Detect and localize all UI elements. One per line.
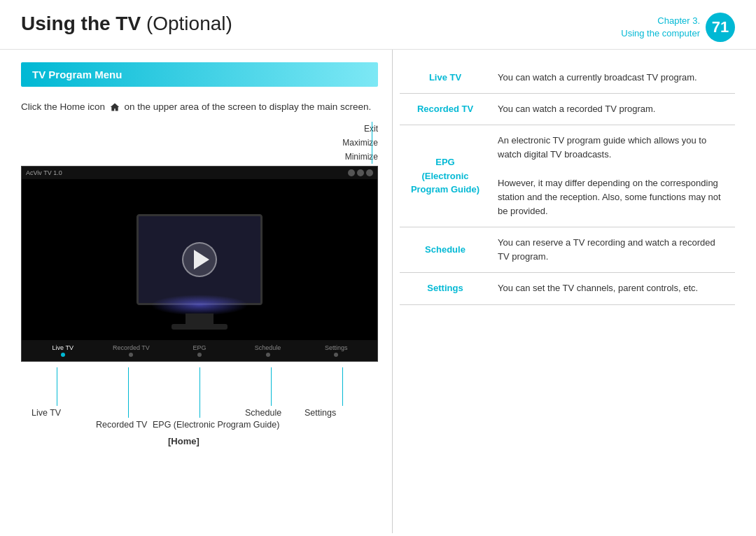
table-row: Settings You can set the TV channels, pa… [400,273,735,304]
row-label-schedule: Schedule [400,227,491,273]
row-label-recorded-tv: Recorded TV [400,94,491,125]
label-recorded-tv: Recorded TV [96,420,147,430]
tv-top-bar: AcViv TV 1.0 [22,167,377,179]
tv-nav-live-tv: Live TV [29,344,97,357]
tv-screen-mockup: AcViv TV 1.0 [21,166,378,362]
monitor-graphic [136,214,262,305]
table-row: Schedule You can reserve a TV recording … [400,227,735,273]
play-triangle [194,250,209,269]
table-row: Live TV You can watch a currently broadc… [400,62,735,94]
row-label-settings: Settings [400,273,491,304]
home-icon [109,102,120,112]
right-column: Live TV You can watch a currently broadc… [392,50,735,533]
row-desc-schedule: You can reserve a TV recording and watch… [491,227,735,273]
label-live-tv: Live TV [31,408,61,418]
window-controls [348,169,373,176]
tv-nav-epg: EPG [165,344,234,357]
window-labels-area: Exit Maximize Minimize [21,122,378,160]
maximize-dot [357,169,364,176]
row-desc-live-tv: You can watch a currently broadcast TV p… [491,62,735,94]
chapter-info: Chapter 3. Using the computer 71 [621,13,735,42]
exit-labels: Exit Maximize Minimize [342,122,378,164]
label-settings: Settings [304,408,336,418]
tv-nav-recorded-tv: Recorded TV [97,344,166,357]
page-header: Using the TV (Optional) Chapter 3. Using… [0,0,756,50]
callout-line-recorded-tv [128,367,129,418]
callout-line-epg [200,367,200,418]
vertical-line [372,122,372,164]
play-button-graphic [182,242,217,277]
intro-paragraph: Click the Home icon on the upper area of… [21,99,378,115]
row-desc-epg: An electronic TV program guide which all… [491,125,735,227]
callout-section: Live TV Recorded TV EPG (Electronic Prog… [21,367,378,451]
monitor-stand [186,313,214,324]
tv-nav-bar: Live TV Recorded TV EPG Schedule Setting… [22,340,377,361]
tv-content-area [22,179,377,340]
minimize-dot [348,169,355,176]
tv-nav-settings: Settings [302,344,370,357]
info-table: Live TV You can watch a currently broadc… [400,62,735,305]
page-number: 71 [706,13,735,42]
left-column: TV Program Menu Click the Home icon on t… [21,50,392,533]
page-title: Using the TV (Optional) [21,13,232,35]
label-epg: EPG (Electronic Program Guide) [153,420,279,430]
row-desc-recorded-tv: You can watch a recorded TV program. [491,94,735,125]
tv-nav-schedule: Schedule [234,344,302,357]
label-home: [Home] [168,436,200,446]
monitor-glow [150,295,248,316]
section-heading: TV Program Menu [21,62,378,87]
row-label-epg: EPG(ElectronicProgram Guide) [400,125,491,227]
close-dot [366,169,373,176]
callout-line-settings [342,367,343,406]
chapter-text: Chapter 3. Using the computer [621,15,700,40]
callout-line-live-tv [57,367,57,406]
label-schedule: Schedule [245,408,281,418]
callout-line-schedule [271,367,272,406]
row-label-live-tv: Live TV [400,62,491,94]
monitor-base [172,324,227,330]
table-row: Recorded TV You can watch a recorded TV … [400,94,735,125]
row-desc-settings: You can set the TV channels, parent cont… [491,273,735,304]
main-content: TV Program Menu Click the Home icon on t… [0,50,756,533]
table-row: EPG(ElectronicProgram Guide) An electron… [400,125,735,227]
